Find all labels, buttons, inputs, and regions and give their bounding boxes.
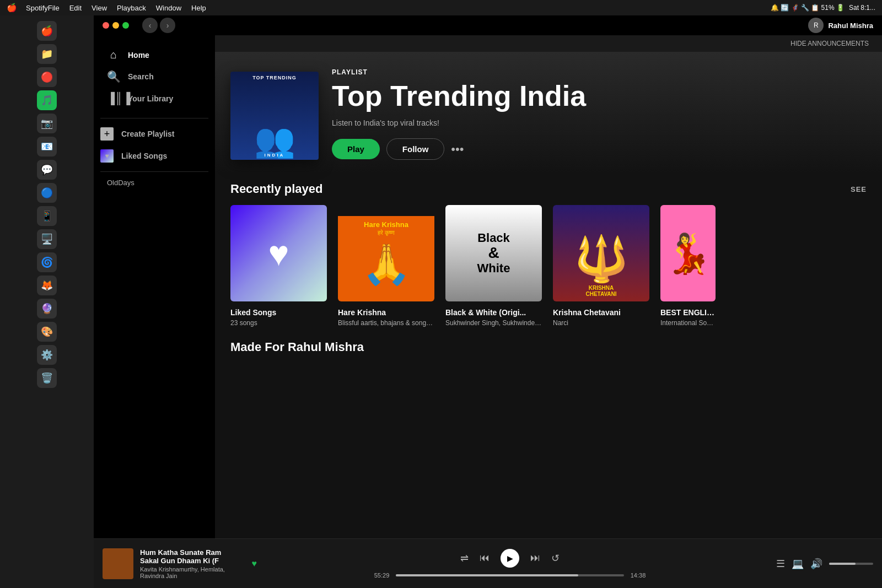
user-profile-area[interactable]: R Rahul Mishra	[808, 18, 873, 33]
progress-bar-container: 55:29 14:38	[372, 572, 648, 579]
create-playlist-icon: +	[100, 127, 114, 141]
made-for-title: Made For Rahul Mishra	[230, 340, 867, 354]
minimize-button[interactable]	[112, 22, 119, 29]
section-header: Recently played SEE	[230, 182, 867, 196]
card-title: Hare Krishna	[338, 308, 434, 317]
trending-art-footer-text: INDIA	[265, 153, 285, 158]
announcement-text: HIDE ANNOUNCEMENTS	[790, 40, 869, 47]
menu-file[interactable]: File	[48, 4, 60, 12]
hk-subtitle-text: हरे कृष्ण	[338, 229, 434, 236]
total-time: 14:38	[628, 572, 648, 579]
mac-dock-icon[interactable]: 📷	[37, 114, 57, 133]
progress-track[interactable]	[396, 574, 624, 576]
maximize-button[interactable]	[122, 22, 129, 29]
more-options-button[interactable]: •••	[451, 142, 464, 157]
card-black-white[interactable]: Black & White Black & White (Origi... Su…	[445, 205, 542, 327]
track-name: Hum Katha Sunate Ram Sakal Gun Dhaam Ki …	[140, 548, 241, 565]
player-right-controls: ☰ 💻 🔊	[763, 558, 873, 570]
mac-dock-icon[interactable]: 🍎	[37, 21, 57, 41]
main-layout: ⌂ Home 🔍 Search ▐║▐ Your Library + Creat…	[94, 35, 882, 538]
see-all-link[interactable]: SEE	[851, 185, 867, 193]
mac-dock: 🍎 📁 🔴 🎵 📷 📧 💬 🔵 📱 🖥️ 🌀 🦊 🔮 🎨 ⚙️ 🗑️	[0, 15, 94, 588]
back-button[interactable]: ‹	[142, 18, 158, 33]
sidebar-item-home[interactable]: ⌂ Home	[100, 44, 208, 66]
mac-dock-icon[interactable]: 📁	[37, 44, 57, 64]
sidebar: ⌂ Home 🔍 Search ▐║▐ Your Library + Creat…	[94, 35, 215, 538]
mac-dock-icon[interactable]: 🎵	[37, 90, 57, 110]
mac-dock-icon[interactable]: 💬	[37, 160, 57, 180]
bw-artwork: Black & White	[445, 205, 542, 301]
menu-help[interactable]: Help	[191, 4, 206, 12]
card-title: Liked Songs	[230, 308, 327, 317]
volume-icon[interactable]: 🔊	[810, 558, 822, 570]
liked-songs-icon: ♥	[100, 149, 114, 163]
follow-button[interactable]: Follow	[386, 138, 445, 160]
announcement-bar[interactable]: HIDE ANNOUNCEMENTS	[215, 35, 882, 52]
mac-dock-icon[interactable]: 🔴	[37, 67, 57, 87]
krishna-chetavani-artwork: 🔱 KRISHNACHETAVANI	[553, 205, 649, 301]
krishna-art-bg: 🔱 KRISHNACHETAVANI	[553, 205, 649, 301]
library-icon: ▐║▐	[107, 92, 120, 105]
sidebar-library-label: Your Library	[128, 94, 173, 103]
card-hare-krishna[interactable]: Hare Krishna हरे कृष्ण 🙏 Hare Krishna Bl…	[338, 205, 434, 327]
liked-songs-label: Liked Songs	[121, 152, 167, 160]
card-krishna-chetavani[interactable]: 🔱 KRISHNACHETAVANI Krishna Chetavani Nar…	[553, 205, 649, 327]
hero-section: TOP TRENDING 👥 INDIA PLAYLIST Top Trendi…	[215, 52, 882, 173]
sidebar-create-playlist[interactable]: + Create Playlist	[94, 123, 215, 145]
sidebar-playlist-item[interactable]: OldDays	[94, 176, 215, 189]
menu-spotify[interactable]: Spotify	[26, 4, 48, 12]
sidebar-divider	[100, 118, 208, 118]
mac-dock-icon[interactable]: 🦊	[37, 276, 57, 295]
volume-slider[interactable]	[829, 563, 873, 565]
avatar: R	[808, 18, 824, 33]
shuffle-button[interactable]: ⇌	[460, 552, 469, 564]
mac-dock-icon[interactable]: 🔵	[37, 183, 57, 203]
next-button[interactable]: ⏭	[530, 552, 540, 564]
devices-icon[interactable]: 💻	[792, 558, 804, 570]
queue-icon[interactable]: ☰	[776, 558, 785, 570]
card-liked-songs[interactable]: ♥ Liked Songs 23 songs	[230, 205, 327, 327]
mac-dock-icon[interactable]: 🗑️	[37, 368, 57, 388]
play-pause-button[interactable]: ▶	[501, 549, 519, 568]
mac-dock-icon[interactable]: 📱	[37, 206, 57, 226]
menu-bar: 🍎 Spotify File Edit View Playback Window…	[0, 0, 882, 15]
create-playlist-label: Create Playlist	[121, 130, 175, 138]
card-best-english[interactable]: 💃 BEST ENGLISH SON... International Song…	[660, 205, 716, 327]
liked-heart-icon[interactable]: ♥	[252, 559, 257, 569]
mac-dock-icon[interactable]: ⚙️	[37, 345, 57, 365]
mac-dock-icon[interactable]: 🎨	[37, 322, 57, 342]
hero-info: PLAYLIST Top Trending India Listen to In…	[332, 68, 867, 160]
card-title: BEST ENGLISH SON...	[660, 308, 716, 317]
spotify-title-bar: ‹ › R Rahul Mishra	[94, 15, 882, 35]
repeat-button[interactable]: ↺	[551, 552, 560, 564]
mac-dock-icon[interactable]: 🌀	[37, 252, 57, 272]
menu-view[interactable]: View	[92, 4, 107, 12]
date-time: Sat 8:1...	[849, 4, 875, 12]
previous-button[interactable]: ⏮	[480, 552, 490, 564]
card-subtitle: Sukhwinder Singh, Sukhwinder Singh	[445, 319, 542, 327]
bw-art-bg: Black & White	[445, 205, 542, 301]
trending-art-header-text: TOP TRENDING	[252, 72, 297, 82]
menu-edit[interactable]: Edit	[69, 4, 82, 12]
sidebar-liked-songs[interactable]: ♥ Liked Songs	[94, 145, 215, 167]
mac-dock-icon[interactable]: 🖥️	[37, 229, 57, 249]
navigation-arrows: ‹ ›	[142, 18, 175, 33]
card-title: Krishna Chetavani	[553, 308, 649, 317]
volume-fill	[829, 563, 856, 565]
krishna-figure-2: 🔱	[574, 233, 629, 285]
menu-window[interactable]: Window	[156, 4, 181, 12]
play-button[interactable]: Play	[332, 139, 380, 159]
sidebar-search-label: Search	[128, 72, 154, 81]
forward-button[interactable]: ›	[160, 18, 175, 33]
hk-art-bg: Hare Krishna हरे कृष्ण 🙏	[338, 216, 434, 301]
sidebar-item-library[interactable]: ▐║▐ Your Library	[100, 88, 208, 109]
battery-indicator: 🔔 🔄 🦸 🔧 📋 51% 🔋	[771, 4, 845, 12]
hare-krishna-artwork: Hare Krishna हरे कृष्ण 🙏	[338, 205, 434, 301]
made-for-section: Made For Rahul Mishra	[215, 336, 882, 370]
hk-title-text: Hare Krishna	[338, 220, 434, 229]
menu-playback[interactable]: Playback	[117, 4, 146, 12]
close-button[interactable]	[103, 22, 109, 29]
sidebar-item-search[interactable]: 🔍 Search	[100, 66, 208, 88]
mac-dock-icon[interactable]: 📧	[37, 137, 57, 157]
mac-dock-icon[interactable]: 🔮	[37, 299, 57, 319]
